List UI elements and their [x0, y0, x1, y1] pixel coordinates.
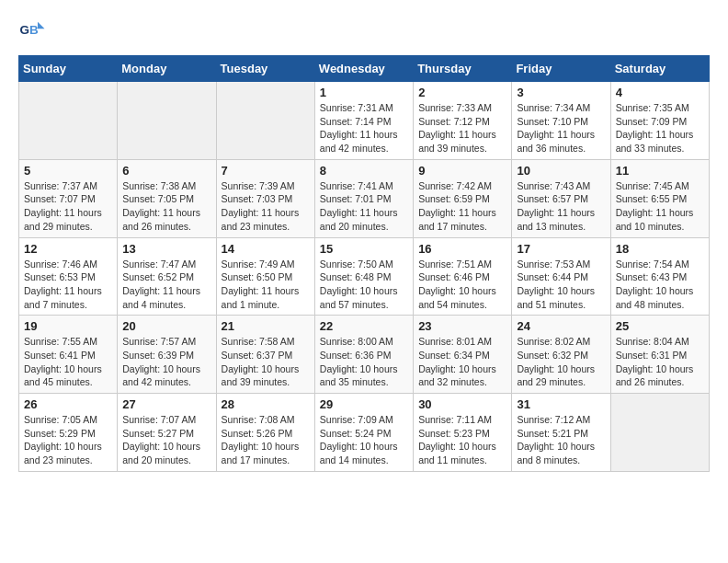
day-number: 15 — [320, 242, 408, 256]
day-number: 18 — [616, 242, 704, 256]
day-number: 31 — [517, 397, 605, 411]
day-number: 28 — [222, 397, 310, 411]
day-info: Sunrise: 7:38 AM Sunset: 7:05 PM Dayligh… — [122, 179, 210, 234]
day-number: 2 — [418, 86, 506, 99]
weekday-header-row: SundayMondayTuesdayWednesdayThursdayFrid… — [19, 56, 710, 82]
day-info: Sunrise: 7:37 AM Sunset: 7:07 PM Dayligh… — [24, 179, 112, 234]
day-number: 1 — [320, 86, 408, 99]
day-number: 30 — [418, 397, 506, 411]
svg-text:B: B — [29, 23, 39, 37]
weekday-header-thursday: Thursday — [414, 56, 512, 82]
day-number: 25 — [616, 319, 704, 333]
day-number: 16 — [418, 242, 506, 256]
calendar-cell: 31Sunrise: 7:12 AM Sunset: 5:21 PM Dayli… — [512, 394, 610, 472]
calendar-cell: 17Sunrise: 7:53 AM Sunset: 6:44 PM Dayli… — [512, 237, 610, 316]
day-number: 13 — [122, 242, 210, 256]
calendar-cell: 24Sunrise: 8:02 AM Sunset: 6:32 PM Dayli… — [512, 316, 610, 394]
day-info: Sunrise: 7:50 AM Sunset: 6:48 PM Dayligh… — [320, 258, 408, 312]
day-info: Sunrise: 7:46 AM Sunset: 6:53 PM Dayligh… — [24, 258, 112, 312]
day-info: Sunrise: 7:57 AM Sunset: 6:39 PM Dayligh… — [122, 335, 210, 389]
day-info: Sunrise: 7:35 AM Sunset: 7:09 PM Dayligh… — [616, 101, 704, 155]
weekday-header-friday: Friday — [512, 56, 610, 82]
calendar-week-1: 1Sunrise: 7:31 AM Sunset: 7:14 PM Daylig… — [19, 82, 710, 160]
day-info: Sunrise: 7:42 AM Sunset: 6:59 PM Dayligh… — [418, 179, 506, 234]
calendar-cell: 13Sunrise: 7:47 AM Sunset: 6:52 PM Dayli… — [118, 237, 216, 316]
day-number: 10 — [517, 164, 605, 178]
calendar-cell: 30Sunrise: 7:11 AM Sunset: 5:23 PM Dayli… — [414, 394, 512, 472]
calendar-cell — [118, 82, 216, 160]
calendar-cell: 25Sunrise: 8:04 AM Sunset: 6:31 PM Dayli… — [610, 316, 709, 394]
calendar-cell — [610, 394, 709, 472]
calendar-week-5: 26Sunrise: 7:05 AM Sunset: 5:29 PM Dayli… — [19, 394, 710, 472]
calendar-cell: 6Sunrise: 7:38 AM Sunset: 7:05 PM Daylig… — [118, 159, 216, 237]
calendar-cell: 12Sunrise: 7:46 AM Sunset: 6:53 PM Dayli… — [19, 237, 118, 316]
day-number: 17 — [517, 242, 605, 256]
day-number: 11 — [616, 164, 704, 178]
logo-icon: G B — [18, 18, 46, 46]
day-info: Sunrise: 8:00 AM Sunset: 6:36 PM Dayligh… — [320, 335, 408, 389]
calendar-cell: 9Sunrise: 7:42 AM Sunset: 6:59 PM Daylig… — [414, 159, 512, 237]
day-info: Sunrise: 7:12 AM Sunset: 5:21 PM Dayligh… — [517, 413, 605, 467]
day-number: 21 — [222, 319, 310, 333]
day-info: Sunrise: 7:31 AM Sunset: 7:14 PM Dayligh… — [320, 101, 408, 155]
day-number: 22 — [320, 319, 408, 333]
weekday-header-saturday: Saturday — [610, 56, 709, 82]
day-info: Sunrise: 7:54 AM Sunset: 6:43 PM Dayligh… — [616, 258, 704, 312]
calendar-table: SundayMondayTuesdayWednesdayThursdayFrid… — [18, 55, 710, 472]
calendar-cell: 27Sunrise: 7:07 AM Sunset: 5:27 PM Dayli… — [118, 394, 216, 472]
calendar-cell: 1Sunrise: 7:31 AM Sunset: 7:14 PM Daylig… — [314, 82, 413, 160]
calendar-cell: 7Sunrise: 7:39 AM Sunset: 7:03 PM Daylig… — [216, 159, 314, 237]
calendar-cell: 28Sunrise: 7:08 AM Sunset: 5:26 PM Dayli… — [216, 394, 314, 472]
day-number: 8 — [320, 164, 408, 178]
calendar-cell — [19, 82, 118, 160]
calendar-week-2: 5Sunrise: 7:37 AM Sunset: 7:07 PM Daylig… — [19, 159, 710, 237]
day-number: 19 — [24, 319, 112, 333]
calendar-cell: 21Sunrise: 7:58 AM Sunset: 6:37 PM Dayli… — [216, 316, 314, 394]
day-number: 26 — [24, 397, 112, 411]
day-info: Sunrise: 7:07 AM Sunset: 5:27 PM Dayligh… — [122, 413, 210, 467]
day-number: 14 — [222, 242, 310, 256]
calendar-cell: 26Sunrise: 7:05 AM Sunset: 5:29 PM Dayli… — [19, 394, 118, 472]
weekday-header-monday: Monday — [118, 56, 216, 82]
day-info: Sunrise: 7:39 AM Sunset: 7:03 PM Dayligh… — [222, 179, 310, 234]
svg-text:G: G — [20, 23, 30, 37]
weekday-header-sunday: Sunday — [19, 56, 118, 82]
day-info: Sunrise: 7:43 AM Sunset: 6:57 PM Dayligh… — [517, 179, 605, 234]
day-info: Sunrise: 7:34 AM Sunset: 7:10 PM Dayligh… — [517, 101, 605, 155]
day-info: Sunrise: 7:09 AM Sunset: 5:24 PM Dayligh… — [320, 413, 408, 467]
day-number: 29 — [320, 397, 408, 411]
calendar-cell: 23Sunrise: 8:01 AM Sunset: 6:34 PM Dayli… — [414, 316, 512, 394]
day-number: 20 — [122, 319, 210, 333]
day-info: Sunrise: 7:33 AM Sunset: 7:12 PM Dayligh… — [418, 101, 506, 155]
logo: G B — [18, 18, 50, 46]
header: G B — [18, 18, 710, 46]
weekday-header-tuesday: Tuesday — [216, 56, 314, 82]
day-number: 27 — [122, 397, 210, 411]
day-info: Sunrise: 7:08 AM Sunset: 5:26 PM Dayligh… — [222, 413, 310, 467]
day-number: 4 — [616, 86, 704, 99]
calendar-cell: 15Sunrise: 7:50 AM Sunset: 6:48 PM Dayli… — [314, 237, 413, 316]
calendar-cell — [216, 82, 314, 160]
day-number: 5 — [24, 164, 112, 178]
calendar-cell: 20Sunrise: 7:57 AM Sunset: 6:39 PM Dayli… — [118, 316, 216, 394]
calendar-cell: 2Sunrise: 7:33 AM Sunset: 7:12 PM Daylig… — [414, 82, 512, 160]
day-info: Sunrise: 8:02 AM Sunset: 6:32 PM Dayligh… — [517, 335, 605, 389]
day-info: Sunrise: 7:05 AM Sunset: 5:29 PM Dayligh… — [24, 413, 112, 467]
calendar-cell: 22Sunrise: 8:00 AM Sunset: 6:36 PM Dayli… — [314, 316, 413, 394]
day-info: Sunrise: 7:53 AM Sunset: 6:44 PM Dayligh… — [517, 258, 605, 312]
calendar-week-3: 12Sunrise: 7:46 AM Sunset: 6:53 PM Dayli… — [19, 237, 710, 316]
day-number: 23 — [418, 319, 506, 333]
calendar-cell: 5Sunrise: 7:37 AM Sunset: 7:07 PM Daylig… — [19, 159, 118, 237]
day-info: Sunrise: 7:41 AM Sunset: 7:01 PM Dayligh… — [320, 179, 408, 234]
svg-marker-2 — [38, 22, 45, 29]
day-info: Sunrise: 7:55 AM Sunset: 6:41 PM Dayligh… — [24, 335, 112, 389]
day-number: 7 — [222, 164, 310, 178]
day-number: 12 — [24, 242, 112, 256]
calendar-cell: 19Sunrise: 7:55 AM Sunset: 6:41 PM Dayli… — [19, 316, 118, 394]
calendar-cell: 4Sunrise: 7:35 AM Sunset: 7:09 PM Daylig… — [610, 82, 709, 160]
day-info: Sunrise: 7:11 AM Sunset: 5:23 PM Dayligh… — [418, 413, 506, 467]
calendar-cell: 10Sunrise: 7:43 AM Sunset: 6:57 PM Dayli… — [512, 159, 610, 237]
day-info: Sunrise: 7:45 AM Sunset: 6:55 PM Dayligh… — [616, 179, 704, 234]
day-number: 9 — [418, 164, 506, 178]
day-info: Sunrise: 7:47 AM Sunset: 6:52 PM Dayligh… — [122, 258, 210, 312]
